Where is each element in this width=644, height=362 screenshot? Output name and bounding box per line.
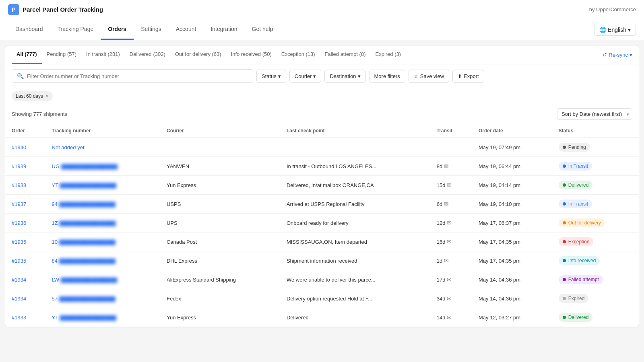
email-icon: ✉ [447,182,452,188]
col-checkpoint: Last check point [280,124,430,138]
nav-account[interactable]: Account [169,19,204,40]
tracking-link[interactable]: 94 ██████████████████ [52,201,116,207]
status-label: Delivered [568,315,589,320]
order-date-cell: May 17, 04:35 pm [472,232,552,251]
tab-failed-attempt[interactable]: Failed attempt (8) [320,45,371,64]
search-box[interactable]: 🔍 [12,69,253,83]
transit-days: 1d [437,258,442,264]
tracking-link[interactable]: Not added yet [52,144,85,150]
tracking-link[interactable]: 84 ██████████████████ [52,258,116,264]
order-link[interactable]: #1935 [12,239,26,245]
order-link[interactable]: #1934 [12,296,26,302]
email-icon: ✉ [447,239,452,245]
email-icon: ✉ [447,314,452,321]
order-date-cell: May 17, 06:37 pm [472,214,552,232]
order-link[interactable]: #1939 [12,163,26,169]
date-filter-chip[interactable]: Last 60 days × [12,91,53,101]
status-label: In Transit [568,201,588,207]
status-cell: Exception [552,232,639,251]
status-dot [563,259,566,262]
table-row: #1933YT ██████████████████Yun ExpressDel… [5,308,639,327]
tab-exception[interactable]: Exception (13) [277,45,320,64]
chip-close-icon[interactable]: × [45,93,49,99]
chevron-down-icon: ▾ [313,73,316,79]
transit-cell: 14d✉ [430,308,472,327]
orders-table: Order Tracking number Courier Last check… [5,124,639,327]
order-date-cell: May 14, 04:36 pm [472,270,552,289]
nav-orders[interactable]: Orders [101,19,134,40]
language-label: English [608,27,626,33]
order-date-cell: May 12, 03:27 pm [472,308,552,327]
table-row: #193794 ██████████████████USPSArrived at… [5,195,639,214]
export-button[interactable]: ⬆ Export [452,70,484,83]
order-link[interactable]: #1934 [12,277,26,283]
status-badge: Out for delivery [559,218,605,227]
more-filters-button[interactable]: More filters [369,70,405,83]
transit-cell [430,138,472,157]
save-view-button[interactable]: ☆ Save view [409,70,449,83]
checkpoint-cell: Arrived at USPS Regional Facility [280,195,430,214]
order-link[interactable]: #1936 [12,220,26,226]
tracking-link[interactable]: UG ██████████████████ [52,163,118,169]
nav-settings[interactable]: Settings [134,19,169,40]
tracking-link[interactable]: LW ██████████████████ [52,277,117,283]
status-cell: Expired [552,289,639,308]
checkpoint-cell: Onboard ready for delivery [280,214,430,232]
courier-cell: USPS [160,195,280,214]
status-dot [563,240,566,243]
tab-out-for-delivery[interactable]: Out for delivery (63) [170,45,226,64]
email-icon: ✉ [444,163,449,169]
nav-dashboard[interactable]: Dashboard [8,19,50,40]
order-link[interactable]: #1938 [12,182,26,188]
status-label: Info received [568,258,596,263]
sort-select[interactable]: Sort by Date (newest first) Sort by Date… [557,108,632,120]
checkpoint-cell [280,138,430,157]
tab-info-received[interactable]: Info received (50) [226,45,277,64]
transit-value: 6d✉ [437,201,466,207]
language-selector[interactable]: 🌐 English ▾ [594,24,636,36]
status-filter-button[interactable]: Status ▾ [256,70,286,83]
transit-cell: 16d✉ [430,232,472,251]
table-row: #1939UG ██████████████████YANWENIn trans… [5,157,639,176]
resync-button[interactable]: ↺ Re-sync ▾ [603,52,632,58]
table-row: #19361Z ██████████████████UPSOnboard rea… [5,214,639,232]
search-input[interactable] [27,73,248,79]
status-label: Expired [568,296,585,301]
order-date-cell: May 17, 04:35 pm [472,251,552,270]
courier-filter-button[interactable]: Courier ▾ [289,70,322,83]
table-header-row: Order Tracking number Courier Last check… [5,124,639,138]
chevron-down-icon: ▾ [278,73,281,79]
order-link[interactable]: #1937 [12,201,26,207]
col-courier: Courier [160,124,280,138]
transit-cell: 12d✉ [430,214,472,232]
status-label: Out for delivery [568,220,601,226]
order-link[interactable]: #1933 [12,315,26,321]
transit-days: 15d [437,182,446,188]
tracking-link[interactable]: YT ██████████████████ [52,182,116,188]
destination-filter-button[interactable]: Destination ▾ [324,70,365,83]
status-label: Pending [568,144,586,150]
app-by: by UpperCommerce [589,6,636,12]
order-link[interactable]: #1935 [12,258,26,264]
tracking-link[interactable]: 10 ██████████████████ [52,239,116,245]
table-row: #193584 ██████████████████DHL ExpressShi… [5,251,639,270]
nav-get-help[interactable]: Get help [245,19,281,40]
tab-in-transit[interactable]: In transit (281) [81,45,125,64]
tab-expired[interactable]: Expired (3) [370,45,406,64]
nav-integration[interactable]: Integration [203,19,244,40]
col-order-date: Order date [472,124,552,138]
showing-count: Showing 777 shipments [12,111,67,117]
save-view-label: Save view [420,73,444,79]
transit-days: 17d [437,277,446,283]
tracking-link[interactable]: 57 ██████████████████ [52,296,116,302]
tab-pending[interactable]: Pending (57) [42,45,81,64]
tab-all[interactable]: All (777) [12,45,42,64]
tab-delivered[interactable]: Delivered (302) [125,45,170,64]
status-badge: Exception [559,237,594,246]
nav-tracking-page[interactable]: Tracking Page [50,19,101,40]
tracking-link[interactable]: 1Z ██████████████████ [52,220,116,226]
order-link[interactable]: #1940 [12,144,26,150]
transit-days: 12d [437,220,446,226]
status-dot [563,316,566,319]
tracking-link[interactable]: YT ██████████████████ [52,315,116,321]
